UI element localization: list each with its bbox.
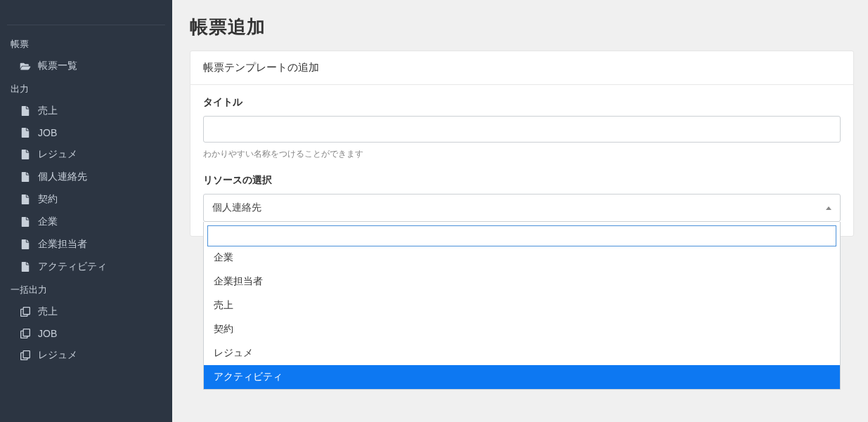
files-icon	[20, 350, 31, 360]
file-icon	[20, 128, 31, 138]
sidebar-section-header: 出力	[0, 77, 172, 100]
dropdown-list[interactable]: 企業企業担当者売上契約レジュメアクティビティ	[204, 250, 840, 389]
sidebar-item[interactable]: アクティビティ	[0, 256, 172, 278]
dropdown-option[interactable]: アクティビティ	[204, 365, 840, 389]
sidebar-section-header: 帳票	[0, 32, 172, 55]
resource-field: リソースの選択 個人連絡先	[203, 174, 841, 222]
file-icon	[20, 194, 31, 204]
sidebar-item[interactable]: 契約	[0, 188, 172, 211]
sidebar-item-label: 売上	[38, 305, 58, 318]
sidebar-item[interactable]: 企業	[0, 211, 172, 233]
dropdown-search-wrap	[204, 222, 840, 250]
files-icon	[20, 329, 31, 338]
sidebar-item[interactable]: 個人連絡先	[0, 166, 172, 188]
sidebar-item[interactable]: レジュメ	[0, 143, 172, 166]
dropdown-search-input[interactable]	[207, 225, 836, 246]
page-title: 帳票追加	[190, 15, 854, 39]
sidebar-item[interactable]: JOB	[0, 122, 172, 143]
sidebar-item-label: JOB	[38, 328, 57, 339]
sidebar-item-label: アクティビティ	[38, 261, 107, 273]
dropdown-option[interactable]: 売上	[204, 294, 840, 317]
sidebar-item-label: 個人連絡先	[38, 171, 87, 183]
files-icon	[20, 307, 31, 317]
file-icon	[20, 150, 31, 159]
sidebar-item[interactable]: 売上	[0, 100, 172, 122]
title-input[interactable]	[203, 116, 841, 143]
file-icon	[20, 262, 31, 272]
sidebar-item-label: 企業担当者	[38, 238, 87, 251]
sidebar-item[interactable]: 企業担当者	[0, 233, 172, 256]
card-header: 帳票テンプレートの追加	[190, 51, 853, 85]
sidebar-divider	[7, 25, 165, 25]
main-content: 帳票追加 帳票テンプレートの追加 タイトル わかりやすい名称をつけることができま…	[172, 0, 868, 422]
sidebar-item-label: レジュメ	[38, 349, 77, 362]
sidebar-item-label: 企業	[38, 216, 58, 228]
file-icon	[20, 172, 31, 182]
sidebar-item[interactable]: JOB	[0, 323, 172, 344]
resource-label: リソースの選択	[203, 174, 841, 187]
sidebar-item-label: レジュメ	[38, 148, 77, 161]
dropdown-option[interactable]: 契約	[204, 317, 840, 341]
dropdown-option[interactable]: 企業担当者	[204, 270, 840, 294]
sidebar-item-label: JOB	[38, 127, 57, 138]
resource-selected-value: 個人連絡先	[212, 202, 261, 214]
form-card: 帳票テンプレートの追加 タイトル わかりやすい名称をつけることができます リソー…	[190, 51, 854, 237]
file-icon	[20, 217, 31, 227]
resource-select[interactable]: 個人連絡先	[203, 194, 841, 222]
sidebar: 帳票帳票一覧出力売上JOBレジュメ個人連絡先契約企業企業担当者アクティビティ一括…	[0, 0, 172, 422]
sidebar-item-label: 売上	[38, 105, 58, 117]
title-help: わかりやすい名称をつけることができます	[203, 148, 841, 160]
dropdown-option[interactable]: レジュメ	[204, 341, 840, 365]
resource-dropdown: 企業企業担当者売上契約レジュメアクティビティ	[203, 222, 841, 390]
sidebar-item[interactable]: レジュメ	[0, 344, 172, 367]
sidebar-item[interactable]: 売上	[0, 301, 172, 323]
sidebar-item-label: 契約	[38, 193, 58, 206]
file-icon	[20, 239, 31, 249]
title-field: タイトル わかりやすい名称をつけることができます	[203, 96, 841, 160]
sidebar-item-label: 帳票一覧	[38, 60, 77, 72]
sidebar-section-header: 一括出力	[0, 278, 172, 301]
folder-open-icon	[20, 61, 31, 71]
dropdown-option[interactable]: 企業	[204, 250, 840, 270]
title-label: タイトル	[203, 96, 841, 109]
sidebar-item[interactable]: 帳票一覧	[0, 55, 172, 77]
file-icon	[20, 106, 31, 116]
caret-up-icon	[826, 206, 831, 210]
